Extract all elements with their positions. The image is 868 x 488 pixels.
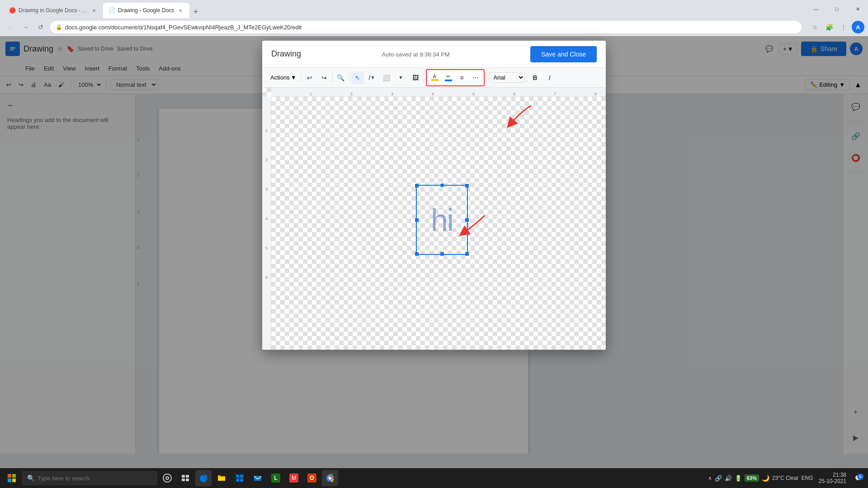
handle-top-right[interactable]: [465, 184, 469, 188]
handle-bottom-right[interactable]: [465, 252, 469, 256]
svg-rect-5: [8, 479, 11, 482]
svg-rect-6: [12, 479, 16, 482]
drawing-line-tool[interactable]: / ▼: [366, 71, 378, 84]
network-icon[interactable]: 🔗: [715, 475, 722, 482]
forward-button[interactable]: →: [19, 21, 32, 33]
v-ruler-mark-4: 4: [265, 216, 268, 221]
more-button[interactable]: ⋮: [837, 21, 850, 33]
tab1-favicon: 🔴: [9, 7, 16, 14]
drawing-shape-tool[interactable]: ⬜: [380, 71, 393, 84]
ruler-mark-8: 8: [594, 92, 597, 96]
v-ruler-mark-5: 5: [265, 246, 268, 250]
dt-divider-1: [301, 73, 302, 83]
bookmark-button[interactable]: ☆: [808, 21, 821, 33]
drawing-shape-arrow-tool[interactable]: ▼: [395, 71, 407, 84]
svg-rect-8: [186, 475, 189, 478]
taskbar-mail-icon[interactable]: [250, 470, 266, 486]
new-tab-button[interactable]: +: [189, 5, 202, 18]
taskbar-office-icon[interactable]: O: [304, 470, 320, 486]
save-and-close-button[interactable]: Save and Close: [530, 46, 597, 62]
ssl-lock-icon: 🔒: [56, 24, 62, 30]
language-indicator: ENG: [802, 475, 813, 481]
browser-tab-2[interactable]: 📄 Drawing - Google Docs ✕: [103, 3, 189, 18]
profile-button[interactable]: A: [852, 21, 864, 33]
handle-middle-right[interactable]: [465, 218, 469, 222]
handle-bottom-left[interactable]: [415, 252, 419, 256]
start-button[interactable]: [4, 470, 20, 486]
taskbar-edge-icon[interactable]: [195, 470, 212, 486]
taskbar: 🔍: [0, 468, 868, 488]
svg-rect-13: [236, 479, 239, 482]
extensions-button[interactable]: 🧩: [823, 21, 835, 33]
horizontal-ruler: 1 2 3 4 5 6 7 8: [271, 88, 606, 97]
volume-icon[interactable]: 🔊: [725, 475, 732, 482]
tab2-title: Drawing - Google Docs: [118, 7, 174, 14]
taskbar-multidesktop[interactable]: [177, 470, 193, 486]
svg-rect-4: [12, 474, 16, 478]
text-format-group: A ✏ ≡: [426, 69, 485, 86]
svg-rect-7: [182, 475, 185, 478]
border-color-button[interactable]: ✏: [442, 71, 455, 84]
notification-center-button[interactable]: 💬 6: [852, 472, 864, 484]
tray-arrow-icon[interactable]: ∧: [708, 475, 712, 481]
handle-middle-left[interactable]: [415, 218, 419, 222]
battery-icon[interactable]: 🔋: [735, 475, 742, 482]
clock-display[interactable]: 21:38 25-10-2021: [815, 472, 850, 484]
drawing-dialog-title: Drawing: [271, 49, 301, 59]
svg-rect-11: [236, 474, 239, 478]
date-text: 25-10-2021: [819, 478, 846, 484]
drawing-select-tool[interactable]: ↖: [351, 71, 364, 84]
taskbar-antivirus-icon[interactable]: M: [286, 470, 302, 486]
maximize-button[interactable]: □: [826, 0, 847, 18]
border-dash-button[interactable]: ⋯: [469, 71, 482, 84]
handle-top-left[interactable]: [415, 184, 419, 188]
taskbar-store-icon[interactable]: [231, 470, 248, 486]
autosave-status: Auto-saved at 9:38:34 PM: [301, 50, 530, 58]
font-select[interactable]: Arial: [489, 72, 525, 83]
taskbar-chrome-icon[interactable]: [322, 470, 338, 486]
taskbar-search-bar[interactable]: 🔍: [22, 471, 157, 485]
italic-button[interactable]: I: [543, 71, 556, 84]
actions-dropdown[interactable]: Actions ▼: [268, 72, 299, 83]
battery-indicator: 63%: [745, 474, 759, 482]
drawing-zoom-button[interactable]: 🔍: [335, 71, 347, 84]
close-button[interactable]: ✕: [847, 0, 868, 18]
back-button[interactable]: ←: [4, 21, 16, 33]
ruler-mark-2: 2: [350, 92, 353, 96]
taskbar-lexis-icon[interactable]: L: [268, 470, 284, 486]
reload-button[interactable]: ↺: [34, 21, 47, 33]
drawing-textbox[interactable]: hi: [416, 185, 468, 255]
dt-divider-4: [424, 73, 424, 83]
canvas-content[interactable]: hi: [271, 97, 606, 350]
svg-rect-12: [240, 474, 243, 478]
tab2-favicon: 📄: [108, 7, 115, 14]
weather-text: 23°C Clear: [772, 475, 799, 481]
drawing-toolbar: Actions ▼ ↩ ↪ 🔍 ↖ /: [262, 68, 606, 88]
taskbar-search-circle[interactable]: [159, 470, 175, 486]
tab2-close[interactable]: ✕: [177, 7, 184, 14]
v-ruler-mark-3: 3: [265, 187, 268, 192]
dt-divider-6: [527, 73, 527, 83]
taskbar-search-input[interactable]: [38, 475, 152, 482]
handle-bottom-center[interactable]: [440, 252, 444, 256]
fill-color-button[interactable]: A: [429, 71, 441, 84]
address-bar[interactable]: 🔒 docs.google.com/document/d/1Nsqaf4_PGe…: [50, 20, 802, 34]
drawing-canvas[interactable]: 1 2 3 4 5 6 7 8 1 2 3 4: [262, 88, 606, 350]
svg-rect-10: [186, 479, 189, 481]
textbox-content: hi: [417, 186, 467, 254]
browser-tab-1[interactable]: 🔴 Drawing in Google Docs - Googl... ✕: [4, 3, 103, 18]
dt-divider-2: [332, 73, 333, 83]
minimize-button[interactable]: —: [806, 0, 826, 18]
border-weight-button[interactable]: ≡: [456, 71, 468, 84]
shape-arrow: ▼: [399, 75, 403, 80]
handle-top-center[interactable]: [440, 183, 444, 187]
bold-button[interactable]: B: [529, 71, 542, 84]
drawing-image-tool[interactable]: 🖼: [409, 71, 422, 84]
notification-badge: 6: [857, 474, 863, 480]
drawing-redo-button[interactable]: ↪: [318, 71, 330, 84]
drawing-undo-button[interactable]: ↩: [303, 71, 316, 84]
tab1-close[interactable]: ✕: [90, 7, 98, 14]
drawing-dialog: Drawing Auto-saved at 9:38:34 PM Save an…: [262, 41, 606, 350]
taskbar-explorer-icon[interactable]: [213, 470, 230, 486]
dt-divider-5: [486, 73, 487, 83]
